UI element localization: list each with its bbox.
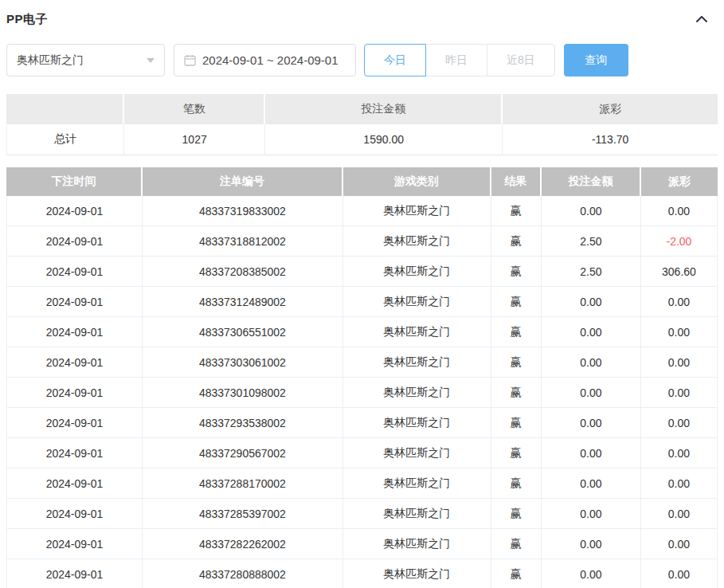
- table-row: 2024-09-01 48337318812002 奥林匹斯之门 赢 2.50 …: [6, 226, 718, 257]
- header-bet-amount: 投注金额: [542, 167, 641, 196]
- summary-total-bet-amount: 1590.00: [265, 124, 503, 155]
- game-category-cell: 奥林匹斯之门: [343, 287, 491, 317]
- table-row: 2024-09-01 48337303061002 奥林匹斯之门 赢 0.00 …: [6, 347, 718, 378]
- bet-amount-cell: 0.00: [542, 287, 641, 317]
- game-select[interactable]: 奥林匹斯之门: [6, 44, 165, 76]
- summary-table: 笔数 投注金额 派彩 总计 1027 1590.00 -113.70: [6, 94, 718, 155]
- page-title: PP电子: [6, 12, 48, 27]
- header-game-category: 游戏类别: [343, 167, 491, 196]
- bet-time-cell: 2024-09-01: [6, 378, 143, 408]
- table-row: 2024-09-01 48337282262002 奥林匹斯之门 赢 0.00 …: [6, 529, 718, 559]
- game-category-cell: 奥林匹斯之门: [343, 257, 491, 287]
- order-number-cell: 48337312489002: [143, 287, 343, 317]
- bet-time-cell: 2024-09-01: [6, 226, 143, 257]
- chevron-down-icon: [147, 58, 155, 63]
- order-number-cell: 48337301098002: [143, 378, 343, 408]
- order-number-cell: 48337319833002: [143, 196, 343, 226]
- bet-records-table: 下注时间 注单编号 游戏类别 结果 投注金额 派彩 2024-09-01 483…: [6, 167, 718, 588]
- payout-cell: 0.00: [641, 468, 718, 499]
- bet-time-cell: 2024-09-01: [6, 529, 143, 559]
- table-row: 2024-09-01 48337208385002 奥林匹斯之门 赢 2.50 …: [6, 257, 718, 287]
- summary-total-row: 总计 1027 1590.00 -113.70: [6, 124, 718, 155]
- bet-time-cell: 2024-09-01: [6, 499, 143, 529]
- summary-header-row: 笔数 投注金额 派彩: [6, 94, 718, 124]
- date-range-value: 2024-09-01 ~ 2024-09-01: [202, 53, 339, 67]
- today-button[interactable]: 今日: [364, 44, 426, 76]
- bet-time-cell: 2024-09-01: [6, 468, 143, 499]
- header-payout: 派彩: [641, 167, 718, 196]
- bet-amount-cell: 0.00: [542, 529, 641, 559]
- payout-cell: 0.00: [641, 287, 718, 317]
- result-cell: 赢: [491, 408, 542, 438]
- bet-amount-cell: 0.00: [542, 378, 641, 408]
- result-cell: 赢: [491, 529, 542, 559]
- date-range-input[interactable]: 2024-09-01 ~ 2024-09-01: [174, 44, 356, 76]
- payout-cell: 0.00: [641, 408, 718, 438]
- order-number-cell: 48337306551002: [143, 317, 343, 347]
- bet-time-cell: 2024-09-01: [6, 287, 143, 317]
- table-row: 2024-09-01 48337285397002 奥林匹斯之门 赢 0.00 …: [6, 499, 718, 529]
- table-body: 2024-09-01 48337319833002 奥林匹斯之门 赢 0.00 …: [6, 196, 718, 588]
- order-number-cell: 48337285397002: [143, 499, 343, 529]
- result-cell: 赢: [491, 559, 542, 588]
- table-row: 2024-09-01 48337319833002 奥林匹斯之门 赢 0.00 …: [6, 196, 718, 226]
- summary-total-payout: -113.70: [503, 124, 718, 155]
- table-row: 2024-09-01 48337301098002 奥林匹斯之门 赢 0.00 …: [6, 378, 718, 408]
- bet-amount-cell: 0.00: [542, 438, 641, 468]
- summary-total-count: 1027: [124, 124, 265, 155]
- payout-cell: 0.00: [641, 196, 718, 226]
- table-row: 2024-09-01 48337306551002 奥林匹斯之门 赢 0.00 …: [6, 317, 718, 347]
- panel-header: PP电子: [6, 0, 718, 27]
- game-category-cell: 奥林匹斯之门: [343, 438, 491, 468]
- bet-amount-cell: 2.50: [542, 226, 641, 257]
- payout-cell: 0.00: [641, 347, 718, 378]
- yesterday-button[interactable]: 昨日: [425, 44, 487, 76]
- result-cell: 赢: [491, 196, 542, 226]
- summary-header-empty: [6, 94, 124, 124]
- calendar-icon: [184, 54, 196, 66]
- payout-cell: 0.00: [641, 559, 718, 588]
- game-category-cell: 奥林匹斯之门: [343, 317, 491, 347]
- result-cell: 赢: [491, 438, 542, 468]
- game-category-cell: 奥林匹斯之门: [343, 468, 491, 499]
- query-button[interactable]: 查询: [564, 44, 628, 76]
- last-8-days-button[interactable]: 近8日: [487, 44, 555, 76]
- quick-date-button-group: 今日 昨日 近8日: [364, 44, 555, 76]
- table-row: 2024-09-01 48337290567002 奥林匹斯之门 赢 0.00 …: [6, 438, 718, 468]
- order-number-cell: 48337208385002: [143, 257, 343, 287]
- result-cell: 赢: [491, 499, 542, 529]
- chevron-up-icon: [695, 14, 709, 25]
- collapse-panel-button[interactable]: [694, 11, 710, 27]
- payout-cell: 0.00: [641, 438, 718, 468]
- summary-total-label: 总计: [6, 124, 124, 155]
- game-select-value: 奥林匹斯之门: [17, 53, 84, 68]
- table-row: 2024-09-01 48337312489002 奥林匹斯之门 赢 0.00 …: [6, 287, 718, 317]
- game-category-cell: 奥林匹斯之门: [343, 559, 491, 588]
- order-number-cell: 48337280888002: [143, 559, 343, 588]
- order-number-cell: 48337282262002: [143, 529, 343, 559]
- bet-amount-cell: 0.00: [542, 408, 641, 438]
- payout-cell: 0.00: [641, 378, 718, 408]
- bet-amount-cell: 0.00: [542, 317, 641, 347]
- payout-cell: 0.00: [641, 499, 718, 529]
- order-number-cell: 48337290567002: [143, 438, 343, 468]
- order-number-cell: 48337318812002: [143, 226, 343, 257]
- table-row: 2024-09-01 48337293538002 奥林匹斯之门 赢 0.00 …: [6, 408, 718, 438]
- payout-cell: 0.00: [641, 529, 718, 559]
- header-order-number: 注单编号: [143, 167, 343, 196]
- summary-header-count: 笔数: [124, 94, 265, 124]
- payout-cell: 306.60: [641, 257, 718, 287]
- summary-header-bet-amount: 投注金额: [265, 94, 503, 124]
- bet-amount-cell: 0.00: [542, 347, 641, 378]
- summary-header-payout: 派彩: [503, 94, 718, 124]
- bet-amount-cell: 2.50: [542, 257, 641, 287]
- bet-amount-cell: 0.00: [542, 559, 641, 588]
- game-category-cell: 奥林匹斯之门: [343, 529, 491, 559]
- payout-cell: 0.00: [641, 317, 718, 347]
- bet-time-cell: 2024-09-01: [6, 438, 143, 468]
- result-cell: 赢: [491, 226, 542, 257]
- order-number-cell: 48337303061002: [143, 347, 343, 378]
- result-cell: 赢: [491, 347, 542, 378]
- header-bet-time: 下注时间: [6, 167, 143, 196]
- table-header-row: 下注时间 注单编号 游戏类别 结果 投注金额 派彩: [6, 167, 718, 196]
